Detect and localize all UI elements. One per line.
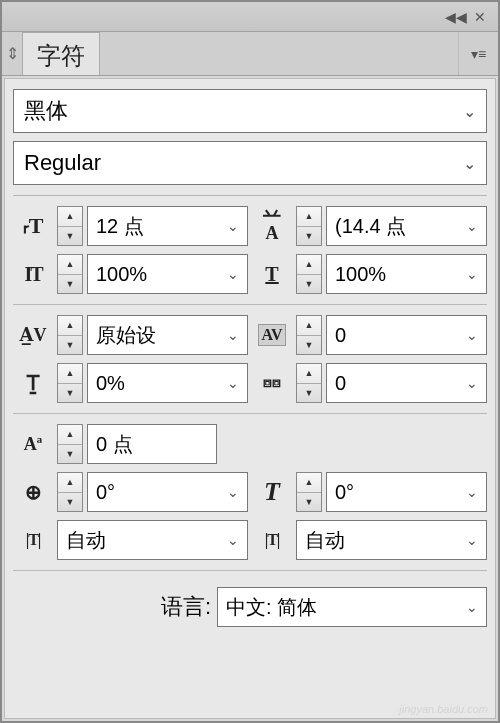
size-section: ▲▼ 12 点 ⌄ 䒑A ▲▼ (14.4 点 ⌄: [13, 206, 487, 305]
grid-icon: ⧈⧈: [252, 363, 292, 403]
panel-content: 黑体 ⌄ Regular ⌄ ▲▼ 12 点 ⌄ 䒑A: [4, 78, 496, 719]
tracking-input[interactable]: 0 ⌄: [326, 315, 487, 355]
font-family-dropdown[interactable]: 黑体 ⌄: [13, 89, 487, 133]
chevron-down-icon: ⌄: [463, 102, 476, 121]
titlebar: ◀◀ ✕: [2, 2, 498, 32]
leading-stepper[interactable]: ▲▼: [296, 206, 322, 246]
baseline2-stepper[interactable]: ▲▼: [296, 363, 322, 403]
chevron-down-icon: ⌄: [466, 266, 478, 282]
kerning-input[interactable]: 原始设 ⌄: [87, 315, 248, 355]
chevron-down-icon: ⌄: [227, 218, 239, 234]
rotation-value: 0°: [96, 481, 115, 504]
baseline-pct-value: 0%: [96, 372, 125, 395]
auto2-input[interactable]: 自动 ⌄: [296, 520, 487, 560]
vertical-scale-icon: [13, 254, 53, 294]
panel-menu-icon[interactable]: ▾≡: [458, 32, 498, 75]
chevron-down-icon: ⌄: [466, 327, 478, 343]
baseline-pct-input[interactable]: 0% ⌄: [87, 363, 248, 403]
character-panel: ◀◀ ✕ ⇕ 字符 ▾≡ 黑体 ⌄ Regular ⌄ ▲▼: [0, 0, 500, 723]
rotation-stepper[interactable]: ▲▼: [57, 472, 83, 512]
leading-icon: 䒑A: [252, 206, 292, 246]
grip-icon[interactable]: ⇕: [2, 32, 22, 75]
auto1-input[interactable]: 自动 ⌄: [57, 520, 248, 560]
font-section: 黑体 ⌄ Regular ⌄: [13, 89, 487, 196]
chevron-down-icon: ⌄: [466, 599, 478, 615]
chevron-down-icon: ⌄: [466, 484, 478, 500]
collapse-icon[interactable]: ◀◀: [444, 7, 468, 27]
font-family-value: 黑体: [24, 96, 68, 126]
vertical-scale-stepper[interactable]: ▲▼: [57, 254, 83, 294]
font-style-dropdown[interactable]: Regular ⌄: [13, 141, 487, 185]
kerning-icon: [13, 315, 53, 355]
tracking-icon: AV: [252, 315, 292, 355]
baseline-shift-icon: [13, 424, 53, 464]
close-icon[interactable]: ✕: [468, 7, 492, 27]
horizontal-scale-input[interactable]: 100% ⌄: [326, 254, 487, 294]
tab-character[interactable]: 字符: [22, 32, 100, 75]
chevron-down-icon: ⌄: [227, 375, 239, 391]
chevron-down-icon: ⌄: [227, 532, 239, 548]
shift-value: 0 点: [96, 431, 133, 458]
chevron-down-icon: ⌄: [466, 532, 478, 548]
chevron-down-icon: ⌄: [466, 375, 478, 391]
font-style-value: Regular: [24, 150, 101, 176]
language-label: 语言:: [161, 592, 211, 622]
chevron-down-icon: ⌄: [466, 218, 478, 234]
leading-input[interactable]: (14.4 点 ⌄: [326, 206, 487, 246]
leading-value: (14.4 点: [335, 213, 406, 240]
tracking-stepper[interactable]: ▲▼: [296, 315, 322, 355]
auto2-value: 自动: [305, 527, 345, 554]
chevron-down-icon: ⌄: [227, 484, 239, 500]
tracking-value: 0: [335, 324, 346, 347]
vertical-scale-input[interactable]: 100% ⌄: [87, 254, 248, 294]
height-box-icon: [252, 520, 292, 560]
vertical-scale-value: 100%: [96, 263, 147, 286]
language-row: 语言: 中文: 简体 ⌄: [13, 581, 487, 627]
skew-input[interactable]: 0° ⌄: [326, 472, 487, 512]
chevron-down-icon: ⌄: [463, 154, 476, 173]
tab-label: 字符: [37, 40, 85, 72]
chevron-down-icon: ⌄: [227, 327, 239, 343]
rotation-icon: [13, 472, 53, 512]
font-size-value: 12 点: [96, 213, 144, 240]
horizontal-scale-value: 100%: [335, 263, 386, 286]
baseline2-input[interactable]: 0 ⌄: [326, 363, 487, 403]
kerning-stepper[interactable]: ▲▼: [57, 315, 83, 355]
baseline2-value: 0: [335, 372, 346, 395]
rotation-input[interactable]: 0° ⌄: [87, 472, 248, 512]
font-size-stepper[interactable]: ▲▼: [57, 206, 83, 246]
chevron-down-icon: ⌄: [227, 266, 239, 282]
advanced-section: ▲▼ 0 点 ▲▼ 0° ⌄ T ▲▼: [13, 424, 487, 571]
skew-icon: T: [252, 472, 292, 512]
spacing-section: ▲▼ 原始设 ⌄ AV ▲▼ 0 ⌄: [13, 315, 487, 414]
language-dropdown[interactable]: 中文: 简体 ⌄: [217, 587, 487, 627]
shift-stepper[interactable]: ▲▼: [57, 424, 83, 464]
skew-value: 0°: [335, 481, 354, 504]
tab-row: ⇕ 字符 ▾≡: [2, 32, 498, 76]
font-size-icon: [13, 206, 53, 246]
baseline-pct-stepper[interactable]: ▲▼: [57, 363, 83, 403]
kerning-value: 原始设: [96, 322, 156, 349]
shift-input[interactable]: 0 点: [87, 424, 217, 464]
font-size-input[interactable]: 12 点 ⌄: [87, 206, 248, 246]
baseline-shift-pct-icon: [13, 363, 53, 403]
width-box-icon: [13, 520, 53, 560]
auto1-value: 自动: [66, 527, 106, 554]
horizontal-scale-stepper[interactable]: ▲▼: [296, 254, 322, 294]
horizontal-scale-icon: [252, 254, 292, 294]
language-value: 中文: 简体: [226, 594, 317, 621]
skew-stepper[interactable]: ▲▼: [296, 472, 322, 512]
